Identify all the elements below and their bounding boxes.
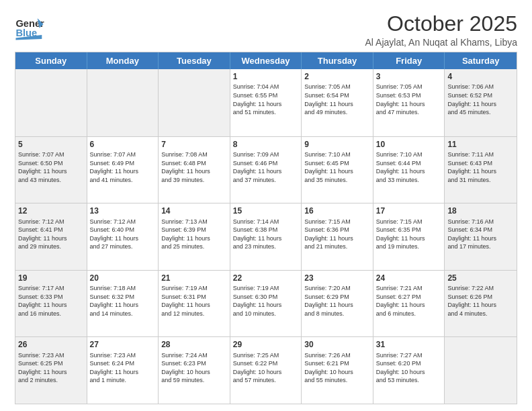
calendar-cell: 13Sunrise: 7:12 AM Sunset: 6:40 PM Dayli… [87,203,159,270]
logo: General Blue [15,12,44,42]
day-of-week-wednesday: Wednesday [230,52,302,69]
calendar-cell: 29Sunrise: 7:25 AM Sunset: 6:22 PM Dayli… [230,337,302,404]
calendar-cell [159,69,230,136]
day-number: 14 [161,205,227,216]
day-number: 17 [376,205,442,216]
cell-info: Sunrise: 7:22 AM Sunset: 6:26 PM Dayligh… [447,284,514,318]
cell-info: Sunrise: 7:08 AM Sunset: 6:48 PM Dayligh… [161,150,227,184]
calendar-cell: 17Sunrise: 7:15 AM Sunset: 6:35 PM Dayli… [373,203,445,270]
calendar-cell: 14Sunrise: 7:13 AM Sunset: 6:39 PM Dayli… [159,203,230,270]
day-number: 4 [447,71,514,82]
cell-info: Sunrise: 7:16 AM Sunset: 6:34 PM Dayligh… [447,218,514,251]
day-number: 28 [161,339,227,350]
day-number: 11 [447,139,514,150]
cell-info: Sunrise: 7:15 AM Sunset: 6:36 PM Dayligh… [304,218,370,251]
calendar-cell: 3Sunrise: 7:05 AM Sunset: 6:53 PM Daylig… [373,69,445,136]
cell-info: Sunrise: 7:14 AM Sunset: 6:38 PM Dayligh… [233,218,299,251]
cell-info: Sunrise: 7:19 AM Sunset: 6:31 PM Dayligh… [161,284,227,318]
calendar-row: 12Sunrise: 7:12 AM Sunset: 6:41 PM Dayli… [15,203,517,270]
day-number: 16 [304,205,370,216]
day-number: 27 [90,339,156,350]
day-number: 29 [233,339,299,350]
calendar-cell: 12Sunrise: 7:12 AM Sunset: 6:41 PM Dayli… [15,203,87,270]
calendar-cell: 21Sunrise: 7:19 AM Sunset: 6:31 PM Dayli… [159,271,230,337]
day-of-week-sunday: Sunday [15,52,87,69]
calendar-cell [445,337,517,404]
day-number: 2 [304,71,370,82]
calendar-cell: 23Sunrise: 7:20 AM Sunset: 6:29 PM Dayli… [302,271,373,337]
day-number: 5 [18,139,84,150]
cell-info: Sunrise: 7:12 AM Sunset: 6:40 PM Dayligh… [90,218,156,251]
day-number: 30 [304,339,370,350]
calendar-cell: 24Sunrise: 7:21 AM Sunset: 6:27 PM Dayli… [373,271,445,337]
calendar-header: SundayMondayTuesdayWednesdayThursdayFrid… [15,52,517,69]
cell-info: Sunrise: 7:05 AM Sunset: 6:54 PM Dayligh… [304,83,370,116]
cell-info: Sunrise: 7:13 AM Sunset: 6:39 PM Dayligh… [161,218,227,251]
calendar-cell: 1Sunrise: 7:04 AM Sunset: 6:55 PM Daylig… [230,69,302,136]
calendar: SundayMondayTuesdayWednesdayThursdayFrid… [15,52,517,404]
cell-info: Sunrise: 7:25 AM Sunset: 6:22 PM Dayligh… [233,351,299,385]
day-number: 20 [90,273,156,283]
day-number: 9 [304,139,370,150]
calendar-cell: 27Sunrise: 7:23 AM Sunset: 6:24 PM Dayli… [87,337,159,404]
cell-info: Sunrise: 7:27 AM Sunset: 6:20 PM Dayligh… [376,351,442,385]
day-of-week-monday: Monday [87,52,159,69]
cell-info: Sunrise: 7:23 AM Sunset: 6:25 PM Dayligh… [18,351,84,385]
calendar-cell: 15Sunrise: 7:14 AM Sunset: 6:38 PM Dayli… [230,203,302,270]
cell-info: Sunrise: 7:07 AM Sunset: 6:49 PM Dayligh… [90,150,156,184]
day-number: 21 [161,273,227,283]
calendar-cell [87,69,159,136]
day-number: 22 [233,273,299,283]
cell-info: Sunrise: 7:12 AM Sunset: 6:41 PM Dayligh… [18,218,84,251]
calendar-cell: 10Sunrise: 7:10 AM Sunset: 6:44 PM Dayli… [373,137,445,203]
cell-info: Sunrise: 7:04 AM Sunset: 6:55 PM Dayligh… [233,83,299,116]
day-number: 26 [18,339,84,350]
calendar-cell: 18Sunrise: 7:16 AM Sunset: 6:34 PM Dayli… [445,203,517,270]
header: General Blue October 2025 Al Ajaylat, An… [15,12,517,48]
calendar-row: 1Sunrise: 7:04 AM Sunset: 6:55 PM Daylig… [15,69,517,136]
calendar-cell: 26Sunrise: 7:23 AM Sunset: 6:25 PM Dayli… [15,337,87,404]
calendar-cell: 9Sunrise: 7:10 AM Sunset: 6:45 PM Daylig… [302,137,373,203]
day-of-week-friday: Friday [373,52,445,69]
day-of-week-saturday: Saturday [445,52,517,69]
day-number: 31 [376,339,442,350]
cell-info: Sunrise: 7:23 AM Sunset: 6:24 PM Dayligh… [90,351,156,385]
calendar-cell: 20Sunrise: 7:18 AM Sunset: 6:32 PM Dayli… [87,271,159,337]
cell-info: Sunrise: 7:21 AM Sunset: 6:27 PM Dayligh… [376,284,442,318]
day-number: 15 [233,205,299,216]
cell-info: Sunrise: 7:24 AM Sunset: 6:23 PM Dayligh… [161,351,227,385]
cell-info: Sunrise: 7:11 AM Sunset: 6:43 PM Dayligh… [447,150,514,184]
day-of-week-tuesday: Tuesday [159,52,230,69]
day-number: 7 [161,139,227,150]
calendar-cell: 4Sunrise: 7:06 AM Sunset: 6:52 PM Daylig… [445,69,517,136]
calendar-body: 1Sunrise: 7:04 AM Sunset: 6:55 PM Daylig… [15,69,517,404]
cell-info: Sunrise: 7:26 AM Sunset: 6:21 PM Dayligh… [304,351,370,385]
cell-info: Sunrise: 7:10 AM Sunset: 6:45 PM Dayligh… [304,150,370,184]
calendar-cell: 8Sunrise: 7:09 AM Sunset: 6:46 PM Daylig… [230,137,302,203]
calendar-cell: 28Sunrise: 7:24 AM Sunset: 6:23 PM Dayli… [159,337,230,404]
day-number: 6 [90,139,156,150]
logo-icon: General Blue [15,12,44,42]
calendar-row: 5Sunrise: 7:07 AM Sunset: 6:50 PM Daylig… [15,136,517,203]
day-number: 8 [233,139,299,150]
calendar-cell: 7Sunrise: 7:08 AM Sunset: 6:48 PM Daylig… [159,137,230,203]
calendar-row: 19Sunrise: 7:17 AM Sunset: 6:33 PM Dayli… [15,270,517,337]
day-of-week-thursday: Thursday [302,52,373,69]
day-number: 12 [18,205,84,216]
day-number: 23 [304,273,370,283]
cell-info: Sunrise: 7:18 AM Sunset: 6:32 PM Dayligh… [90,284,156,318]
day-number: 10 [376,139,442,150]
title-section: October 2025 Al Ajaylat, An Nuqat al Kha… [365,12,517,48]
month-title: October 2025 [365,12,517,36]
cell-info: Sunrise: 7:20 AM Sunset: 6:29 PM Dayligh… [304,284,370,318]
calendar-cell: 19Sunrise: 7:17 AM Sunset: 6:33 PM Dayli… [15,271,87,337]
day-number: 1 [233,71,299,82]
day-number: 13 [90,205,156,216]
calendar-row: 26Sunrise: 7:23 AM Sunset: 6:25 PM Dayli… [15,336,517,404]
cell-info: Sunrise: 7:17 AM Sunset: 6:33 PM Dayligh… [18,284,84,318]
calendar-cell [15,69,87,136]
location-title: Al Ajaylat, An Nuqat al Khams, Libya [365,37,517,48]
cell-info: Sunrise: 7:06 AM Sunset: 6:52 PM Dayligh… [447,83,514,116]
cell-info: Sunrise: 7:10 AM Sunset: 6:44 PM Dayligh… [376,150,442,184]
page: General Blue October 2025 Al Ajaylat, An… [0,0,532,411]
